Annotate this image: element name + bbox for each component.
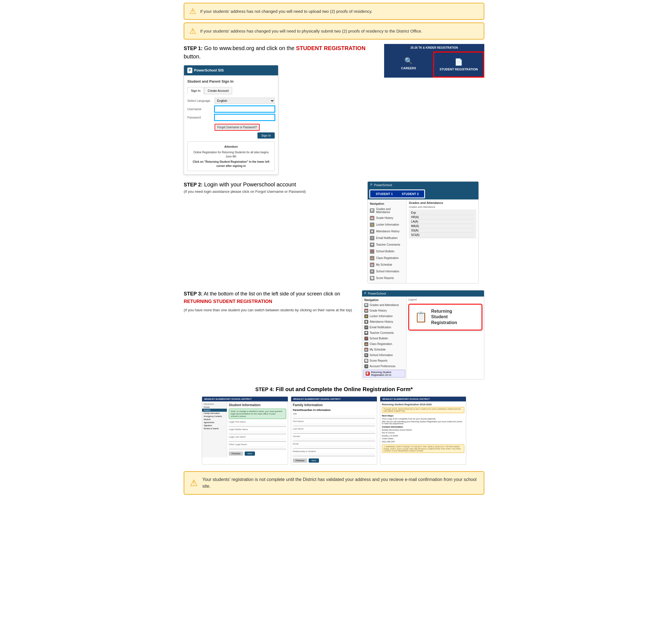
nav-item-attendance[interactable]: 📋 Attendance History: [368, 228, 406, 235]
form1-sidebar-review[interactable]: Review & Submit: [202, 427, 227, 430]
ps-tab-create[interactable]: Create Account: [204, 87, 232, 95]
form1-sidebar-family[interactable]: Family Information: [202, 412, 227, 415]
registration-icon: 📄: [437, 58, 481, 66]
sidebar-item-attendance[interactable]: 📋 Attendance History: [362, 319, 406, 325]
nav-item-schedule-label: My Schedule: [376, 263, 392, 266]
school-btn-careers[interactable]: 🔍 CAREERS: [384, 51, 433, 78]
step3-right: P PowerSchool Navigation 📊 Grades and At…: [362, 290, 484, 379]
form3-contact-addr1: 601 El Camino: [382, 431, 464, 435]
sidebar-item-school-info[interactable]: 🏛 School Information: [362, 352, 406, 358]
form3-contact-info: Bradley Elementary School District 601 E…: [382, 429, 464, 443]
grade-row-hr: HR(A): [411, 215, 474, 219]
nav-item-school-info-label: School Information: [376, 270, 399, 273]
step2-text: Login with your Powerschool account: [204, 182, 296, 188]
form2-prev-button[interactable]: Previous: [293, 458, 307, 462]
form1-middle-name-input[interactable]: [229, 431, 286, 434]
ps-username-input[interactable]: [215, 106, 275, 112]
school-info-icon: 🏛: [370, 269, 374, 274]
ps-attention-title: Attention: [191, 144, 272, 149]
bottom-warning-text: Your students' registration is not compl…: [202, 476, 478, 490]
nav-item-scores[interactable]: 📈 Score Reports: [368, 275, 406, 282]
form1-next-button[interactable]: Next: [245, 452, 255, 456]
ps-signin-button[interactable]: Sign In: [257, 132, 275, 139]
form3-contact-title: Contact Information: [382, 426, 464, 428]
form1-prev-button[interactable]: Previous: [229, 452, 243, 456]
schedule-icon: 📆: [370, 263, 374, 267]
nav-item-grade-history[interactable]: 📅 Grade History: [368, 215, 406, 221]
careers-label: CAREERS: [401, 66, 416, 70]
nav-item-locker-label: Locker Information: [376, 223, 399, 226]
form2-next-button[interactable]: Next: [309, 458, 319, 462]
sidebar-item-class[interactable]: 🏫 Class Registration: [362, 341, 406, 347]
bulletin-icon: 📌: [370, 249, 374, 254]
sidebar-item-grades[interactable]: 📊 Grades and Attendance: [362, 302, 406, 308]
nav-item-grades[interactable]: 📊 Grades and Attendance: [368, 206, 406, 215]
step2-label: STEP 2:: [184, 182, 203, 188]
ps-forgot-button[interactable]: Forgot Username or Password?: [215, 124, 260, 131]
ps-language-select[interactable]: English: [215, 98, 275, 104]
sidebar-item-grade-history[interactable]: 📅 Grade History: [362, 308, 406, 314]
form2-lastname-label: Last Name: [293, 427, 375, 430]
form2-email-input[interactable]: [293, 445, 375, 449]
sidebar-item-locker[interactable]: 🔒 Locker Information: [362, 314, 406, 319]
nav-item-bulletin-label: School Bulletin: [376, 250, 394, 253]
form1-field-last: Legal Last Name: [229, 436, 286, 442]
sidebar-attendance-label: Attendance History: [370, 320, 393, 323]
form1-sidebar-student[interactable]: Student: [202, 409, 227, 412]
ps-tab-signin[interactable]: Sign In: [187, 87, 204, 95]
sidebar-item-teacher[interactable]: 💬 Teacher Comments: [362, 330, 406, 336]
sidebar-grades-label: Grades and Attendance: [370, 303, 399, 307]
ps-tab-student2[interactable]: STUDENT 2: [397, 191, 423, 197]
ps-tab-student1[interactable]: STUDENT 1: [371, 191, 397, 197]
form2-subtitle: Parent/Guardian #1 Information:: [293, 409, 375, 411]
form3-warning: PLEASE NOTE: REGISTRATION IS NOT COMPLET…: [382, 407, 464, 413]
form1-field-last-label: Legal Last Name: [229, 436, 286, 438]
step3-text-area: STEP 3: At the bottom of the list on the…: [184, 290, 355, 312]
teacher-icon: 💬: [370, 242, 374, 247]
nav-item-locker[interactable]: 🔒 Locker Information: [368, 221, 406, 228]
returning-reg-box[interactable]: 📋 ReturningStudentRegistration: [408, 304, 482, 330]
form1-body: Introduction Forms Student Family Inform…: [202, 402, 288, 457]
form2-lastname-input[interactable]: [293, 430, 375, 434]
ps-language-label: Select Language: [187, 98, 212, 103]
sidebar-teacher-icon: 💬: [364, 331, 368, 335]
sidebar-item-scores[interactable]: 📈 Score Reports: [362, 358, 406, 364]
step4-section: STEP 4: Fill out and Complete the Online…: [184, 386, 484, 465]
sidebar-item-schedule[interactable]: 📆 My Schedule: [362, 347, 406, 352]
class-icon: 🏫: [370, 256, 374, 261]
form1-sidebar: Introduction Forms Student Family Inform…: [202, 402, 227, 457]
form1-sidebar-emergency[interactable]: Emergency Contacts: [202, 415, 227, 418]
ps-nav-content: Grades and Attendance Grades and Attenda…: [407, 200, 479, 283]
form-preview-3: BRADLEY ELEMENTARY SCHOOL DISTRICT Retur…: [380, 396, 466, 465]
nav-item-email[interactable]: ✉ Email Notification: [368, 235, 406, 241]
form1-last-name-input[interactable]: [229, 438, 286, 442]
form2-field-email: Email: [293, 443, 375, 449]
nav-item-school-info[interactable]: 🏛 School Information: [368, 268, 406, 275]
sidebar-item-account[interactable]: ⚙ Account Preferences: [362, 364, 406, 369]
sidebar-item-bulletin[interactable]: 📌 School Bulletin: [362, 336, 406, 341]
form1-field-other-label: Other Legal Name: [229, 443, 286, 446]
nav-item-class[interactable]: 🏫 Class Registration: [368, 255, 406, 262]
form2-buttons: Previous Next: [293, 458, 375, 462]
form2-firstname-input[interactable]: [293, 423, 375, 426]
bottom-warning-icon: ⚠: [190, 478, 198, 488]
form3-contact-phone: (831) 386-2547: [382, 440, 464, 443]
form1-content: Student Information Note: to change a st…: [227, 402, 288, 457]
nav-item-bulletin[interactable]: 📌 School Bulletin: [368, 248, 406, 255]
form1-other-name-input[interactable]: [229, 446, 286, 449]
form2-gender-input[interactable]: [293, 438, 375, 441]
nav-item-teacher[interactable]: 💬 Teacher Comments: [368, 241, 406, 248]
form2-title-input[interactable]: [293, 415, 375, 419]
school-btn-registration[interactable]: 📄 STUDENT REGISTRATION: [433, 51, 484, 78]
form1-sidebar-medical[interactable]: Medical: [202, 418, 227, 421]
form1-sidebar-agreements[interactable]: Agreements: [202, 421, 227, 424]
form1-sidebar-signature[interactable]: Signature: [202, 424, 227, 427]
form1-first-name-input[interactable]: [229, 423, 286, 427]
step1-label: STEP 1:: [184, 46, 203, 51]
nav-item-schedule[interactable]: 📆 My Schedule: [368, 262, 406, 268]
ps-password-input[interactable]: [215, 114, 275, 121]
form2-rel-input[interactable]: [293, 453, 375, 456]
sidebar-item-returning[interactable]: 📝 Returning Student Registration 20-21: [363, 370, 405, 377]
sidebar-item-email[interactable]: ✉ Email Notification: [362, 325, 406, 330]
sidebar-scores-icon: 📈: [364, 359, 368, 363]
